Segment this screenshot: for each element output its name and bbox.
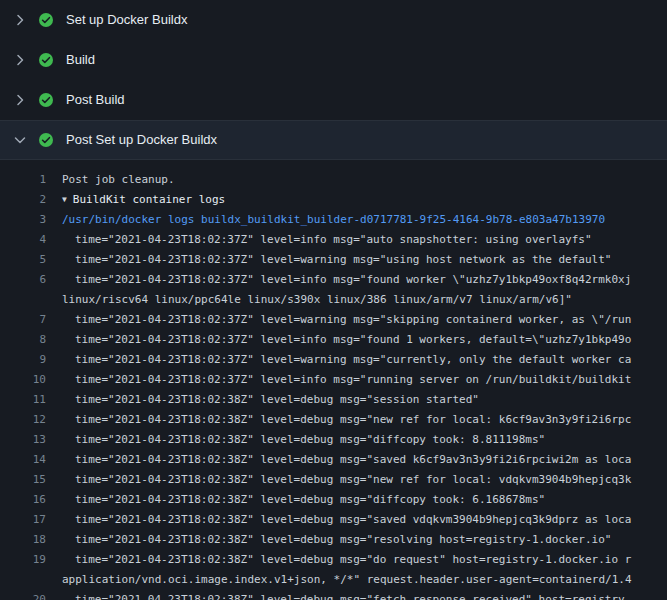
log-text: time="2021-04-23T18:02:38Z" level=debug …	[46, 453, 667, 466]
line-number[interactable]: 17	[0, 513, 46, 526]
check-circle-icon	[38, 12, 54, 28]
log-text: time="2021-04-23T18:02:37Z" level=info m…	[46, 273, 667, 286]
log-line: 16 time="2021-04-23T18:02:38Z" level=deb…	[0, 489, 667, 509]
check-circle-icon	[38, 52, 54, 68]
log-line: 2 ▼BuildKit container logs	[0, 189, 667, 209]
line-number[interactable]: 10	[0, 373, 46, 386]
step-section-label: Set up Docker Buildx	[66, 12, 187, 28]
line-number[interactable]: 4	[0, 233, 46, 246]
step-section-post-set-up-docker-buildx[interactable]: Post Set up Docker Buildx	[0, 120, 667, 160]
workflow-log-viewer: Set up Docker Buildx Build Post Build Po…	[0, 0, 667, 600]
line-number[interactable]: 14	[0, 453, 46, 466]
log-text: time="2021-04-23T18:02:37Z" level=info m…	[46, 333, 667, 346]
step-section-post-build[interactable]: Post Build	[0, 80, 667, 120]
line-number[interactable]: 12	[0, 413, 46, 426]
log-line: 11 time="2021-04-23T18:02:38Z" level=deb…	[0, 389, 667, 409]
log-text: time="2021-04-23T18:02:38Z" level=debug …	[46, 433, 667, 446]
step-section-label: Post Build	[66, 92, 125, 108]
line-number[interactable]: 20	[0, 593, 46, 600]
log-line: 15 time="2021-04-23T18:02:38Z" level=deb…	[0, 469, 667, 489]
line-number[interactable]: 6	[0, 273, 46, 286]
log-line: 18 time="2021-04-23T18:02:38Z" level=deb…	[0, 529, 667, 549]
log-line: 12 time="2021-04-23T18:02:38Z" level=deb…	[0, 409, 667, 429]
log-text: time="2021-04-23T18:02:38Z" level=debug …	[46, 553, 667, 566]
line-number[interactable]: 11	[0, 393, 46, 406]
line-number[interactable]: 16	[0, 493, 46, 506]
log-line: 4 time="2021-04-23T18:02:37Z" level=info…	[0, 229, 667, 249]
chevron-down-icon	[12, 132, 28, 148]
log-line: 8 time="2021-04-23T18:02:37Z" level=info…	[0, 329, 667, 349]
line-number[interactable]: 8	[0, 333, 46, 346]
step-sections: Set up Docker Buildx Build Post Build Po…	[0, 0, 667, 160]
step-section-label: Build	[66, 52, 95, 68]
log-line: 13 time="2021-04-23T18:02:38Z" level=deb…	[0, 429, 667, 449]
log-text: time="2021-04-23T18:02:38Z" level=debug …	[46, 413, 667, 426]
line-number[interactable]: 13	[0, 433, 46, 446]
log-text: time="2021-04-23T18:02:38Z" level=debug …	[46, 393, 667, 406]
line-number[interactable]: 15	[0, 473, 46, 486]
log-command-text: /usr/bin/docker logs buildx_buildkit_bui…	[46, 213, 667, 226]
triangle-down-icon: ▼	[62, 195, 67, 204]
log-line: 1 Post job cleanup.	[0, 169, 667, 189]
line-number[interactable]: 1	[0, 173, 46, 186]
log-text: time="2021-04-23T18:02:38Z" level=debug …	[46, 473, 667, 486]
line-number[interactable]: 5	[0, 253, 46, 266]
log-line: 7 time="2021-04-23T18:02:37Z" level=warn…	[0, 309, 667, 329]
log-line: 5 time="2021-04-23T18:02:37Z" level=warn…	[0, 249, 667, 269]
line-number[interactable]: 2	[0, 193, 46, 206]
log-text: time="2021-04-23T18:02:37Z" level=info m…	[46, 373, 667, 386]
log-line: 9 time="2021-04-23T18:02:37Z" level=warn…	[0, 349, 667, 369]
step-section-set-up-docker-buildx[interactable]: Set up Docker Buildx	[0, 0, 667, 40]
log-group-toggle[interactable]: ▼BuildKit container logs	[46, 193, 667, 206]
log-line: linux/riscv64 linux/ppc64le linux/s390x …	[0, 289, 667, 309]
log-line: 14 time="2021-04-23T18:02:38Z" level=deb…	[0, 449, 667, 469]
log-line: 20 time="2021-04-23T18:02:38Z" level=deb…	[0, 589, 667, 600]
line-number[interactable]: 3	[0, 213, 46, 226]
step-section-build[interactable]: Build	[0, 40, 667, 80]
log-line: 17 time="2021-04-23T18:02:38Z" level=deb…	[0, 509, 667, 529]
log-line: 6 time="2021-04-23T18:02:37Z" level=info…	[0, 269, 667, 289]
log-line: application/vnd.oci.image.index.v1+json,…	[0, 569, 667, 589]
check-circle-icon	[38, 132, 54, 148]
log-area: 1 Post job cleanup. 2 ▼BuildKit containe…	[0, 160, 667, 600]
log-text: Post job cleanup.	[46, 173, 667, 186]
log-text: application/vnd.oci.image.index.v1+json,…	[46, 573, 667, 586]
chevron-right-icon	[12, 12, 28, 28]
chevron-right-icon	[12, 92, 28, 108]
log-text: time="2021-04-23T18:02:37Z" level=warnin…	[46, 313, 667, 326]
log-text: time="2021-04-23T18:02:38Z" level=debug …	[46, 593, 667, 600]
line-number[interactable]: 19	[0, 553, 46, 566]
log-text: linux/riscv64 linux/ppc64le linux/s390x …	[46, 293, 667, 306]
chevron-right-icon	[12, 52, 28, 68]
step-section-label: Post Set up Docker Buildx	[66, 132, 217, 148]
line-number[interactable]: 9	[0, 353, 46, 366]
log-text: time="2021-04-23T18:02:37Z" level=warnin…	[46, 253, 667, 266]
log-line: 3 /usr/bin/docker logs buildx_buildkit_b…	[0, 209, 667, 229]
line-number[interactable]: 7	[0, 313, 46, 326]
check-circle-icon	[38, 92, 54, 108]
log-line: 19 time="2021-04-23T18:02:38Z" level=deb…	[0, 549, 667, 569]
line-number[interactable]: 18	[0, 533, 46, 546]
log-text: time="2021-04-23T18:02:38Z" level=debug …	[46, 493, 667, 506]
log-text: time="2021-04-23T18:02:38Z" level=debug …	[46, 533, 667, 546]
log-text: time="2021-04-23T18:02:37Z" level=info m…	[46, 233, 667, 246]
log-text: time="2021-04-23T18:02:37Z" level=warnin…	[46, 353, 667, 366]
log-line: 10 time="2021-04-23T18:02:37Z" level=inf…	[0, 369, 667, 389]
log-text: time="2021-04-23T18:02:38Z" level=debug …	[46, 513, 667, 526]
